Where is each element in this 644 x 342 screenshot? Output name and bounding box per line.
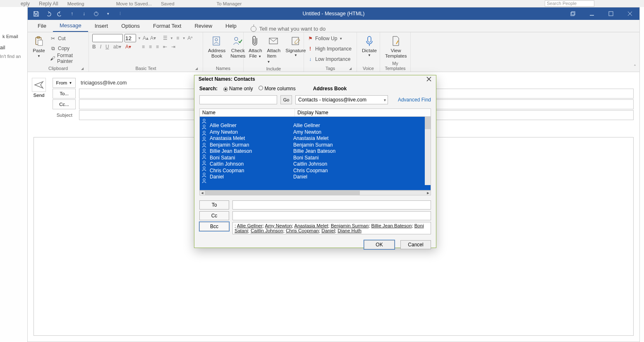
dlg-to-input[interactable]: [232, 200, 431, 210]
list-item-display[interactable]: Anastasia Melet: [293, 135, 335, 142]
recipient-chip[interactable]: Caitlin Johnson: [251, 228, 283, 233]
low-importance-button[interactable]: ↓Low Importance: [307, 55, 350, 64]
tab-message[interactable]: Message: [53, 19, 88, 32]
recipient-chip[interactable]: Daniel: [321, 228, 335, 233]
cc-button[interactable]: Cc...: [53, 99, 76, 109]
list-item-display[interactable]: Chris Coopman: [293, 168, 335, 174]
advanced-find-link[interactable]: Advanced Find: [398, 97, 431, 103]
view-templates-button[interactable]: ViewTemplates: [383, 34, 408, 60]
header-display-name[interactable]: Display Name: [295, 109, 331, 116]
from-button[interactable]: From ▼: [53, 78, 76, 88]
copy-button[interactable]: ⧉Copy: [50, 44, 85, 53]
send-button[interactable]: [32, 78, 46, 92]
list-item-display[interactable]: Daniel: [293, 174, 335, 181]
to-button[interactable]: To...: [53, 89, 76, 99]
align-left-icon[interactable]: ≡: [142, 44, 145, 50]
recipient-chip[interactable]: Allie Gellner: [237, 223, 263, 228]
restore-down-icon[interactable]: [563, 7, 582, 20]
shrink-font-icon[interactable]: A▾: [150, 35, 156, 41]
list-item-display[interactable]: Boni Satani: [293, 155, 335, 161]
list-item[interactable]: Benjamin Surman: [210, 142, 293, 149]
list-item[interactable]: Daniel: [210, 174, 293, 181]
tab-insert[interactable]: Insert: [88, 19, 115, 32]
touchmouse-icon[interactable]: [92, 10, 100, 18]
list-item-display[interactable]: Caitlin Johnson: [293, 161, 335, 168]
list-item-display[interactable]: Allie Gellner: [293, 123, 335, 129]
dialog-launcher-icon[interactable]: ◢: [195, 67, 198, 70]
dlg-cc-button[interactable]: Cc: [199, 211, 229, 220]
styles-icon[interactable]: Aᵃ: [187, 35, 193, 41]
dictate-button[interactable]: Dictate▼: [360, 34, 378, 58]
format-painter-button[interactable]: 🖌Format Painter: [50, 54, 85, 63]
cancel-button[interactable]: Cancel: [400, 240, 431, 249]
list-item-display[interactable]: Benjamin Surman: [293, 142, 335, 149]
attach-file-button[interactable]: AttachFile ▼: [247, 34, 264, 60]
ok-button[interactable]: OK: [364, 240, 395, 249]
recipient-chip[interactable]: Amy Newton: [265, 223, 292, 228]
undo-icon[interactable]: [44, 10, 52, 18]
numbering-icon[interactable]: ≡: [175, 35, 181, 41]
recipient-chip[interactable]: Benjamin Surman: [331, 223, 369, 228]
list-item[interactable]: Caitlin Johnson: [210, 161, 293, 168]
search-input[interactable]: [199, 95, 277, 104]
scroll-right-icon[interactable]: ►: [426, 191, 431, 195]
dialog-launcher-icon[interactable]: ◢: [81, 67, 84, 70]
header-name[interactable]: Name: [200, 109, 295, 116]
list-item[interactable]: Amy Newton: [210, 129, 293, 136]
tab-help[interactable]: Help: [219, 19, 243, 32]
list-item-display[interactable]: Amy Newton: [293, 129, 335, 136]
grow-font-icon[interactable]: A▴: [143, 35, 148, 41]
indent-inc-icon[interactable]: ⇥: [171, 44, 175, 50]
highlight-icon[interactable]: ab▾: [113, 44, 121, 50]
align-right-icon[interactable]: ≡: [156, 44, 159, 50]
list-item[interactable]: Boni Satani: [210, 155, 293, 161]
attach-item-button[interactable]: AttachItem ▼: [266, 34, 282, 65]
qat-overflow-icon[interactable]: ⋮: [116, 10, 124, 18]
search-people-input[interactable]: Search People: [545, 0, 594, 7]
qat-more-icon[interactable]: ▾: [104, 10, 112, 18]
high-importance-button[interactable]: !High Importance: [307, 44, 352, 53]
minimize-icon[interactable]: [582, 7, 601, 20]
dlg-bcc-input[interactable]: ; Allie Gellner; Amy Newton; Anastasia M…: [232, 222, 431, 234]
address-book-button[interactable]: AddressBook: [206, 34, 227, 60]
paste-button[interactable]: Paste▼: [31, 34, 47, 59]
list-item-display[interactable]: Billie Jean Bateson: [293, 148, 335, 155]
tab-options[interactable]: Options: [115, 19, 146, 32]
recipient-chip[interactable]: Chris Coopman: [286, 228, 319, 233]
radio-more-columns[interactable]: More columns: [259, 86, 295, 92]
scroll-left-icon[interactable]: ◄: [200, 191, 205, 195]
indent-dec-icon[interactable]: ⇤: [163, 44, 167, 50]
italic-icon[interactable]: I: [100, 44, 101, 50]
cut-button[interactable]: ✂Cut: [50, 34, 85, 43]
close-dialog-icon[interactable]: [425, 75, 433, 83]
follow-up-button[interactable]: ⚑Follow Up ▼: [307, 34, 342, 43]
up-icon[interactable]: ↑: [68, 10, 76, 18]
font-color-icon[interactable]: A▾: [125, 44, 131, 50]
bullets-icon[interactable]: ☰: [163, 35, 168, 41]
horizontal-scrollbar[interactable]: ◄ ►: [199, 190, 431, 195]
save-icon[interactable]: [32, 10, 40, 18]
recipient-chip[interactable]: Diane Huth: [338, 228, 362, 233]
redo-icon[interactable]: [56, 10, 64, 18]
radio-name-only[interactable]: Name only: [223, 86, 253, 92]
list-item[interactable]: Billie Jean Bateson: [210, 148, 293, 155]
dlg-to-button[interactable]: To: [199, 200, 229, 210]
dlg-bcc-button[interactable]: Bcc: [199, 222, 229, 231]
list-item[interactable]: Allie Gellner: [210, 123, 293, 129]
list-item[interactable]: Chris Coopman: [210, 168, 293, 174]
font-size-combo[interactable]: [124, 34, 136, 42]
underline-icon[interactable]: U: [105, 44, 109, 50]
maximize-icon[interactable]: [601, 7, 620, 20]
list-item[interactable]: Anastasia Melet: [210, 135, 293, 142]
go-button[interactable]: Go: [280, 95, 292, 104]
tell-me-search[interactable]: Tell me what you want to do: [251, 26, 326, 32]
dialog-launcher-icon[interactable]: ◢: [349, 67, 352, 70]
dlg-cc-input[interactable]: [232, 211, 431, 220]
align-center-icon[interactable]: ≡: [149, 44, 152, 50]
down-icon[interactable]: ↓: [80, 10, 88, 18]
recipient-chip[interactable]: Billie Jean Bateson: [371, 223, 412, 228]
tab-review[interactable]: Review: [188, 19, 219, 32]
tab-file[interactable]: File: [31, 19, 53, 32]
tab-format-text[interactable]: Format Text: [146, 19, 188, 32]
recipient-chip[interactable]: Anastasia Melet: [294, 223, 328, 228]
